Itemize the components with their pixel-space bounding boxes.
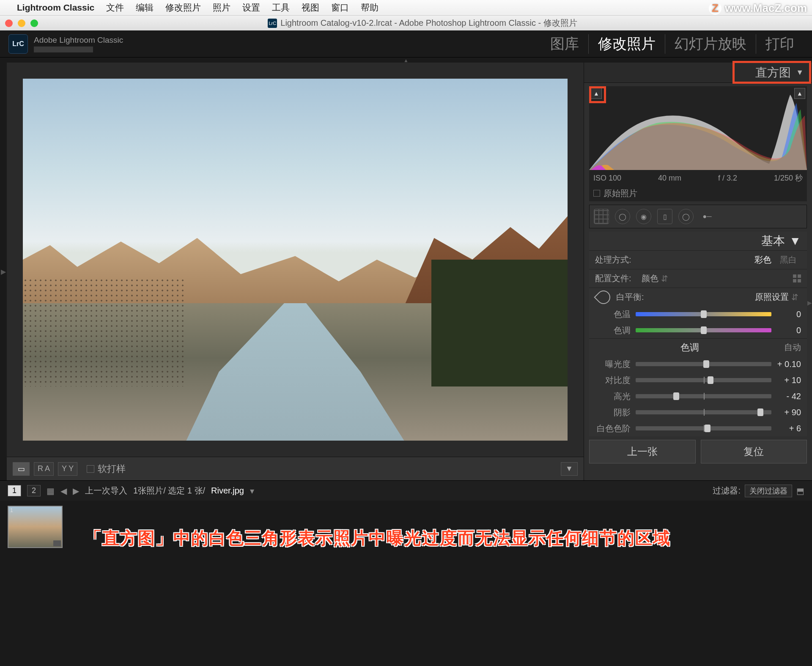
- checkbox-icon[interactable]: [593, 190, 600, 197]
- brush-tool[interactable]: ●─: [700, 209, 715, 224]
- treatment-bw[interactable]: 黑白: [776, 254, 801, 266]
- original-photo-toggle[interactable]: 原始照片: [589, 185, 807, 201]
- filmstrip[interactable]: 1 「直方图」中的白色三角形表示照片中曝光过度而无法显示任何细节的区域: [0, 501, 812, 568]
- menu-help[interactable]: 帮助: [361, 2, 379, 14]
- exposure-slider[interactable]: [636, 362, 771, 366]
- whites-value[interactable]: + 6: [771, 424, 801, 433]
- basic-panel-header[interactable]: 基本 ▼: [589, 232, 807, 250]
- close-icon[interactable]: [5, 19, 13, 27]
- contrast-label: 对比度: [595, 375, 636, 386]
- menu-edit[interactable]: 编辑: [136, 2, 154, 14]
- redeye-tool[interactable]: ◉: [636, 209, 651, 224]
- profile-label: 配置文件:: [595, 273, 642, 284]
- shadows-slider-row: 阴影 + 90: [589, 404, 807, 420]
- filter-label: 过滤器:: [713, 485, 741, 496]
- module-develop[interactable]: 修改照片: [589, 34, 665, 54]
- softproof-label: 软打样: [98, 463, 126, 475]
- menu-file[interactable]: 文件: [106, 2, 124, 14]
- highlight-clipping-toggle[interactable]: ▲: [794, 88, 805, 99]
- temp-slider[interactable]: [636, 312, 771, 316]
- right-panel-collapse[interactable]: ▶: [807, 299, 812, 306]
- reset-button[interactable]: 复位: [701, 440, 807, 463]
- menu-view[interactable]: 视图: [302, 2, 319, 14]
- wb-row: 白平衡: 原照设置⇵: [589, 288, 807, 306]
- nav-back-icon[interactable]: ◀: [60, 486, 67, 496]
- basic-title: 基本: [761, 233, 785, 249]
- graduated-filter-tool[interactable]: ▯: [657, 209, 672, 224]
- tint-slider[interactable]: [636, 328, 771, 332]
- checkbox-icon[interactable]: [87, 465, 94, 473]
- minimize-icon[interactable]: [18, 19, 25, 27]
- exif-aperture: f / 3.2: [718, 174, 737, 183]
- contrast-slider-row: 对比度 + 10: [589, 372, 807, 388]
- before-after-tb-button[interactable]: Y Y: [58, 462, 77, 476]
- nav-forward-icon[interactable]: ▶: [73, 486, 79, 496]
- menu-photo[interactable]: 照片: [213, 2, 230, 14]
- profile-value[interactable]: 颜色: [642, 273, 658, 284]
- thumbnail[interactable]: 1: [8, 506, 63, 548]
- filter-lock-icon[interactable]: ⬒: [796, 486, 804, 496]
- module-picker: 图库 修改照片 幻灯片放映 打印: [541, 34, 804, 54]
- exposure-value[interactable]: + 0.10: [771, 359, 801, 369]
- temp-label: 色温: [595, 309, 636, 320]
- menu-window[interactable]: 窗口: [331, 2, 349, 14]
- spot-removal-tool[interactable]: ◯: [615, 209, 630, 224]
- temp-slider-row: 色温 0: [589, 306, 807, 322]
- loupe-view-button[interactable]: ▭: [13, 462, 30, 476]
- highlights-label: 高光: [595, 391, 636, 402]
- temp-value[interactable]: 0: [771, 310, 801, 319]
- highlights-slider-row: 高光 - 42: [589, 388, 807, 404]
- menu-tools[interactable]: 工具: [272, 2, 290, 14]
- whites-slider-row: 白色色阶 + 6: [589, 420, 807, 436]
- tutorial-annotation: 「直方图」中的白色三角形表示照片中曝光过度而无法显示任何细节的区域: [85, 526, 671, 550]
- radial-filter-tool[interactable]: ◯: [678, 209, 694, 224]
- left-panel-collapse[interactable]: ▶: [0, 63, 7, 480]
- local-tools-strip: ◯ ◉ ▯ ◯ ●─: [589, 205, 807, 228]
- breadcrumb[interactable]: 上一次导入: [85, 485, 127, 496]
- menu-settings[interactable]: 设置: [242, 2, 260, 14]
- image-viewer[interactable]: [7, 63, 584, 457]
- profile-browser-icon[interactable]: [793, 274, 801, 282]
- highlights-value[interactable]: - 42: [771, 392, 801, 401]
- whites-slider[interactable]: [636, 426, 771, 430]
- histogram-panel-header[interactable]: 直方图 ▼: [584, 63, 812, 83]
- exposure-slider-row: 曝光度 + 0.10: [589, 356, 807, 372]
- top-panel-collapse[interactable]: ▲: [0, 58, 812, 63]
- second-display-button[interactable]: 2: [27, 485, 41, 496]
- grid-icon[interactable]: ▦: [47, 486, 55, 496]
- histogram[interactable]: ▲ ▲: [589, 86, 807, 171]
- tint-value[interactable]: 0: [771, 326, 801, 335]
- original-photo-label: 原始照片: [604, 188, 637, 199]
- previous-button[interactable]: 上一张: [589, 440, 696, 463]
- toolbar-disclosure[interactable]: ▼: [561, 462, 578, 476]
- contrast-slider[interactable]: [636, 378, 771, 382]
- auto-tone-button[interactable]: 自动: [784, 342, 801, 353]
- wb-label: 白平衡:: [616, 291, 644, 303]
- module-library[interactable]: 图库: [541, 34, 589, 54]
- watermark: Z www.MacZ.com: [709, 2, 807, 15]
- brand-label: Adobe Lightroom Classic: [34, 36, 123, 52]
- filter-dropdown[interactable]: 关闭过滤器: [745, 485, 792, 497]
- tone-section: 色调 自动: [589, 338, 807, 356]
- menubar-appname[interactable]: Lightroom Classic: [17, 3, 94, 13]
- module-slideshow[interactable]: 幻灯片放映: [665, 34, 756, 54]
- before-after-lr-button[interactable]: R A: [34, 462, 54, 476]
- zoom-icon[interactable]: [30, 19, 38, 27]
- crop-tool[interactable]: [594, 209, 609, 224]
- highlights-slider[interactable]: [636, 394, 771, 398]
- wb-value[interactable]: 原照设置: [755, 291, 789, 303]
- softproof-toggle[interactable]: 软打样: [87, 463, 126, 475]
- current-filename[interactable]: River.jpg: [211, 486, 244, 496]
- exif-shutter: 1/250 秒: [774, 173, 803, 183]
- window-titlebar: LrC Lightroom Catalog-v10-2.lrcat - Adob…: [0, 15, 812, 30]
- main-display-button[interactable]: 1: [8, 485, 21, 496]
- profile-row: 配置文件: 颜色⇵: [589, 269, 807, 288]
- eyedropper-icon[interactable]: [595, 289, 612, 306]
- module-print[interactable]: 打印: [756, 34, 804, 54]
- shadows-slider[interactable]: [636, 410, 771, 414]
- treatment-color[interactable]: 彩色: [750, 254, 776, 266]
- tint-label: 色调: [595, 325, 636, 336]
- menu-develop[interactable]: 修改照片: [165, 2, 201, 14]
- contrast-value[interactable]: + 10: [771, 375, 801, 385]
- shadows-value[interactable]: + 90: [771, 408, 801, 417]
